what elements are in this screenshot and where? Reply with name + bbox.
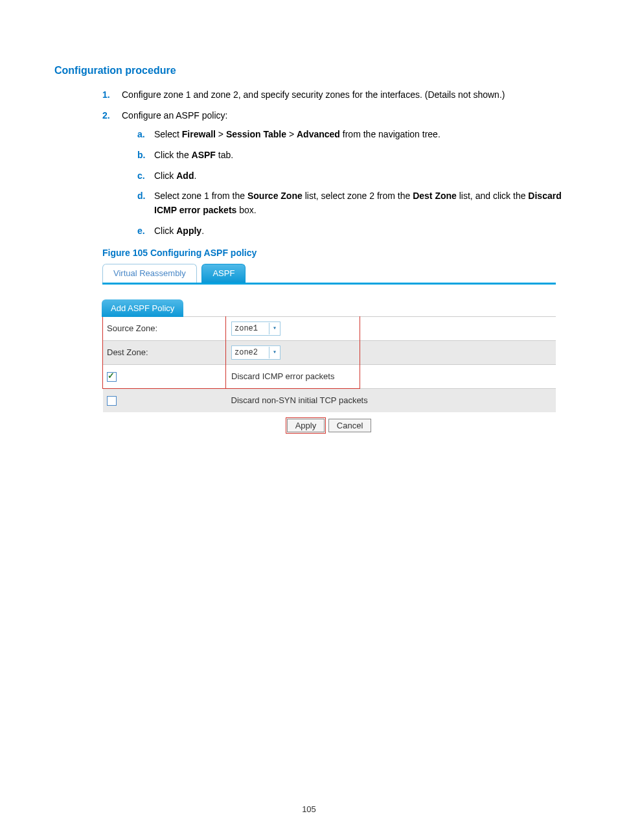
label-dest-zone: Dest Zone:: [103, 340, 226, 364]
tab-row: Virtual Reassembly ASPF: [102, 262, 556, 285]
tab-aspf[interactable]: ASPF: [201, 264, 246, 283]
substep-marker: c.: [137, 169, 145, 183]
label-discard-icmp: Discard ICMP error packets: [226, 364, 360, 388]
row-discard-nonsyn: Discard non-SYN initial TCP packets: [103, 388, 556, 412]
step-2: 2. Configure an ASPF policy: a. Select F…: [102, 109, 564, 239]
dropdown-source-zone[interactable]: zone1 ▾: [231, 321, 280, 336]
step-text: Configure an ASPF policy:: [122, 110, 227, 121]
substep-c: c. Click Add.: [137, 169, 564, 183]
ordered-steps: 1. Configure zone 1 and zone 2, and spec…: [102, 88, 564, 239]
step-text: Configure zone 1 and zone 2, and specify…: [122, 89, 505, 100]
step-marker: 2.: [102, 109, 110, 123]
substep-text: Click Add.: [154, 170, 196, 181]
substep-e: e. Click Apply.: [137, 224, 564, 239]
aspf-form-table: Source Zone: zone1 ▾ Dest Zone: zone2 ▾: [102, 316, 556, 412]
dropdown-dest-zone[interactable]: zone2 ▾: [231, 345, 280, 360]
tab-virtual-reassembly[interactable]: Virtual Reassembly: [102, 264, 197, 283]
substep-a: a. Select Firewall > Session Table > Adv…: [137, 128, 564, 142]
cancel-button[interactable]: Cancel: [328, 419, 371, 432]
section-heading: Configuration procedure: [54, 65, 564, 76]
row-discard-icmp: Discard ICMP error packets: [103, 364, 556, 388]
substep-text: Click Apply.: [154, 226, 204, 236]
label-source-zone: Source Zone:: [103, 316, 226, 340]
figure-caption: Figure 105 Configuring ASPF policy: [102, 248, 564, 258]
substep-marker: b.: [137, 148, 145, 163]
step-marker: 1.: [102, 88, 110, 102]
substep-text: Click the ASPF tab.: [154, 150, 233, 160]
apply-button[interactable]: Apply: [287, 419, 325, 432]
dropdown-value: zone2: [232, 348, 269, 357]
substep-marker: a.: [137, 128, 145, 142]
row-dest-zone: Dest Zone: zone2 ▾: [103, 340, 556, 364]
substep-d: d. Select zone 1 from the Source Zone li…: [137, 189, 564, 217]
substep-b: b. Click the ASPF tab.: [137, 148, 564, 163]
checkbox-discard-icmp[interactable]: [107, 372, 117, 382]
step-1: 1. Configure zone 1 and zone 2, and spec…: [102, 88, 564, 102]
button-row: Apply Cancel: [102, 412, 556, 434]
substep-text: Select Firewall > Session Table > Advanc…: [154, 129, 441, 139]
dropdown-value: zone1: [232, 324, 269, 333]
checkbox-discard-nonsyn[interactable]: [107, 396, 117, 406]
substep-marker: e.: [137, 224, 145, 239]
substep-text: Select zone 1 from the Source Zone list,…: [154, 191, 562, 215]
label-discard-nonsyn: Discard non-SYN initial TCP packets: [226, 388, 556, 412]
chevron-down-icon: ▾: [269, 323, 280, 334]
substep-marker: d.: [137, 189, 145, 204]
substeps: a. Select Firewall > Session Table > Adv…: [137, 128, 564, 238]
chevron-down-icon: ▾: [269, 347, 280, 358]
panel-title: Add ASPF Policy: [102, 299, 183, 317]
figure-aspf-config: Virtual Reassembly ASPF Add ASPF Policy …: [102, 262, 556, 434]
page-number: 105: [0, 804, 618, 814]
row-source-zone: Source Zone: zone1 ▾: [103, 316, 556, 340]
